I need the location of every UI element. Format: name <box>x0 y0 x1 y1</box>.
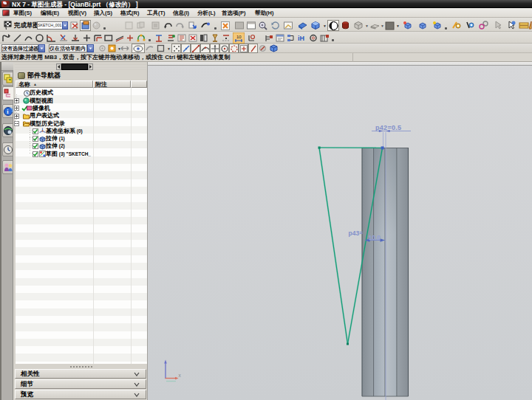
svg-text:p43=: p43= <box>349 230 364 237</box>
svg-text:p42=0.5: p42=0.5 <box>375 124 401 131</box>
svg-text:10: 10 <box>236 35 242 39</box>
svg-text:10.0: 10.0 <box>369 234 381 241</box>
svg-text:x: x <box>179 373 182 378</box>
svg-text:iH: iH <box>298 35 304 42</box>
